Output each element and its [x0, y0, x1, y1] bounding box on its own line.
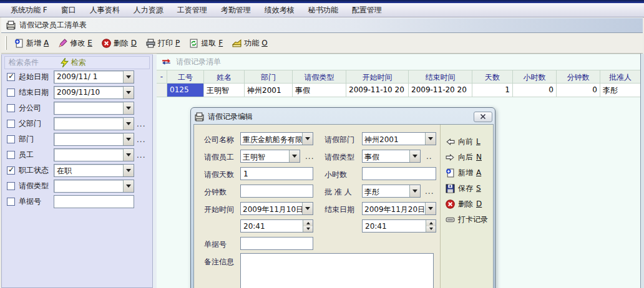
doc-no-label: 单据号 — [19, 196, 52, 207]
cell-empno[interactable]: 0125 — [167, 84, 204, 97]
approver-more-button[interactable]: ... — [425, 187, 434, 196]
search-row-dept: 部门 ... — [2, 133, 145, 146]
grid-header-selector[interactable]: - — [157, 70, 167, 84]
days-input[interactable] — [240, 167, 313, 180]
cell-dept[interactable]: 神州2001 — [245, 84, 293, 97]
new-button[interactable]: 新增A — [11, 36, 54, 51]
grid-header-name[interactable]: 姓名 — [204, 70, 245, 84]
row-selector-cell[interactable] — [157, 84, 167, 97]
dept-combo[interactable] — [54, 133, 134, 146]
menu-payroll[interactable]: 工资管理 — [170, 4, 214, 17]
leave-type-more-button[interactable]: .. — [426, 152, 432, 161]
menu-secretary[interactable]: 秘书功能 — [301, 4, 345, 17]
end-time-spinner[interactable]: 20:41 — [362, 219, 436, 233]
cell-days[interactable]: 1 — [472, 84, 513, 97]
grid-header-days[interactable]: 天数 — [472, 70, 513, 84]
close-button[interactable] — [474, 112, 492, 122]
dialog-body: 公司名称 重庆金航船务有限 请假部门 神州2001 请假员工 王明智 ... 请… — [193, 124, 494, 288]
employee-combo[interactable] — [54, 148, 134, 161]
cell-name[interactable]: 王明智 — [204, 84, 245, 97]
next-button[interactable]: 向后N — [446, 151, 482, 163]
parent-dept-more-button[interactable]: ... — [137, 120, 145, 128]
cell-approver[interactable]: 李彤 — [600, 84, 640, 97]
cell-leave-type[interactable]: 事假 — [293, 84, 346, 97]
grid-header-leave-type[interactable]: 请假类型 — [293, 70, 346, 84]
employee-more-button[interactable]: ... — [305, 152, 314, 161]
status-combo[interactable]: 在职 — [54, 164, 134, 177]
grid-header-row: - 工号 姓名 部门 请假类型 开始时间 结束时间 天数 小时数 分钟数 批准人 — [157, 70, 640, 84]
menu-system[interactable]: 系统功能 F — [4, 4, 54, 17]
dept-combo[interactable]: 神州2001 — [362, 132, 436, 145]
table-row[interactable]: 0125 王明智 神州2001 事假 2009-11-10 20 2009-11… — [157, 84, 640, 97]
menu-window[interactable]: 窗口 — [54, 4, 83, 17]
search-conditions-label: 检索条件 — [9, 57, 39, 68]
menu-attendance[interactable]: 考勤管理 — [214, 4, 258, 17]
menu-config[interactable]: 配置管理 — [345, 4, 389, 17]
save-button[interactable]: 保存S — [446, 182, 481, 194]
approver-combo[interactable]: 李彤 — [362, 185, 421, 198]
employee-more-button[interactable]: ... — [137, 151, 145, 160]
branch-combo[interactable] — [54, 102, 134, 115]
spin-down-icon[interactable] — [426, 226, 436, 233]
cell-minutes[interactable]: 0 — [557, 84, 600, 97]
doc-no-input[interactable] — [54, 195, 134, 208]
previous-button[interactable]: 向前L — [446, 135, 481, 148]
grid-header-dept[interactable]: 部门 — [245, 70, 293, 84]
start-date-picker[interactable]: 2009年11月10日 — [240, 202, 313, 215]
employee-combo[interactable]: 王明智 — [240, 150, 300, 163]
end-date-picker[interactable]: 2009年11月20日 — [362, 202, 436, 215]
dept-more-button[interactable]: ... — [137, 135, 145, 144]
search-button[interactable]: 检索 — [60, 57, 86, 68]
end-date-combo[interactable]: 2009/11/10 — [54, 86, 134, 99]
start-date-combo[interactable]: 2009/11/ 1 — [54, 70, 134, 84]
end-date-checkbox[interactable] — [7, 89, 15, 97]
dialog-new-button-label: 新增 — [458, 168, 473, 178]
punch-record-button[interactable]: 打卡记录 — [446, 213, 488, 226]
grid-header-hours[interactable]: 小时数 — [513, 70, 557, 84]
hours-input[interactable] — [362, 167, 436, 180]
start-date-checkbox[interactable] — [7, 73, 15, 81]
cell-hours[interactable]: 0 — [513, 84, 557, 97]
status-checkbox[interactable] — [7, 166, 15, 175]
grid-header-start-time[interactable]: 开始时间 — [346, 70, 409, 84]
menu-bar: 系统功能 F 窗口 人事资料 人力资源 工资管理 考勤管理 绩效考核 秘书功能 … — [0, 3, 644, 17]
window-right-edge — [640, 54, 644, 288]
cell-end-time[interactable]: 2009-11-20 20 — [409, 84, 472, 97]
grid-header-empno[interactable]: 工号 — [167, 70, 204, 84]
menu-human-resources[interactable]: 人力资源 — [127, 4, 170, 17]
start-date-label: 起始日期 — [19, 72, 52, 82]
menu-performance[interactable]: 绩效考核 — [258, 4, 301, 17]
remark-textarea[interactable] — [240, 253, 434, 288]
company-combo[interactable]: 重庆金航船务有限 — [240, 132, 313, 145]
function-button[interactable]: 功能O — [228, 36, 273, 51]
dialog-title-bar[interactable]: 请假记录编辑 — [195, 110, 492, 123]
spin-up-icon[interactable] — [426, 220, 436, 226]
spin-down-icon[interactable] — [303, 226, 313, 233]
start-time-spinner[interactable]: 20:41 — [240, 219, 313, 233]
dialog-new-button[interactable]: 新增A — [446, 166, 481, 179]
parent-dept-combo[interactable] — [54, 117, 134, 130]
parent-dept-label: 父部门 — [19, 118, 52, 129]
leave-type-checkbox[interactable] — [7, 182, 15, 190]
grid-header-approver[interactable]: 批准人 — [600, 70, 640, 84]
delete-button[interactable]: 删除D — [98, 36, 142, 51]
menu-hr-records[interactable]: 人事资料 — [83, 4, 127, 17]
employee-checkbox[interactable] — [7, 151, 15, 159]
minutes-input[interactable] — [240, 185, 313, 198]
dialog-delete-button[interactable]: 删除D — [446, 198, 482, 210]
dept-checkbox[interactable] — [7, 135, 15, 143]
grid-header-end-time[interactable]: 结束时间 — [409, 70, 472, 84]
cell-start-time[interactable]: 2009-11-10 20 — [346, 84, 409, 97]
branch-checkbox[interactable] — [7, 104, 15, 112]
leave-type-combo[interactable] — [54, 180, 134, 193]
grid-header-minutes[interactable]: 分钟数 — [557, 70, 600, 84]
doc-no-checkbox[interactable] — [7, 198, 15, 206]
print-button[interactable]: 打印P — [142, 36, 185, 51]
parent-dept-checkbox[interactable] — [7, 120, 15, 128]
edit-button[interactable]: 修改E — [54, 36, 98, 51]
extract-button[interactable]: 提取F — [185, 36, 228, 51]
spin-up-icon[interactable] — [303, 220, 313, 226]
leave-type-combo[interactable]: 事假 — [362, 150, 421, 163]
dialog-doc-no-input[interactable] — [240, 237, 313, 250]
dialog-fields: 公司名称 重庆金航船务有限 请假部门 神州2001 请假员工 王明智 ... 请… — [194, 125, 440, 288]
